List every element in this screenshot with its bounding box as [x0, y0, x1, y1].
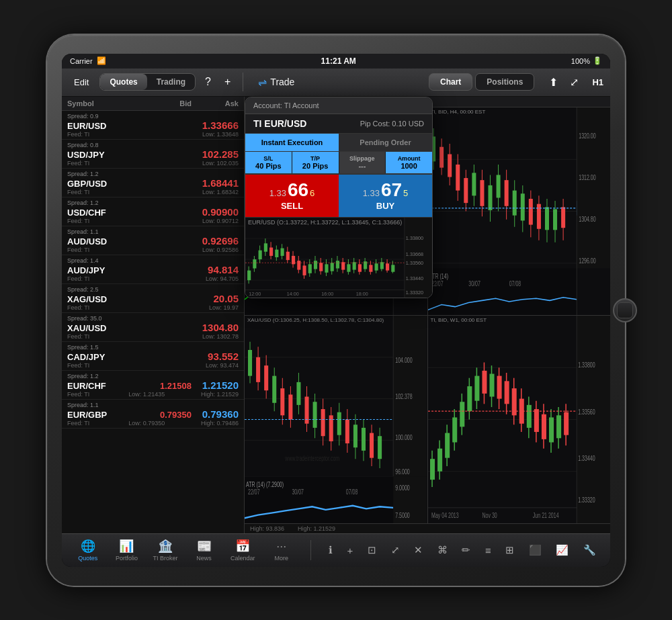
tp-param[interactable]: T/P 20 Pips	[292, 152, 339, 173]
svg-text:12:00: 12:00	[249, 290, 261, 296]
svg-rect-137	[345, 419, 349, 443]
chart-tool-info[interactable]: ℹ	[326, 541, 335, 559]
svg-text:18:00: 18:00	[356, 290, 368, 296]
svg-rect-92	[561, 207, 565, 228]
chart-tool-crosshair[interactable]: +	[345, 542, 356, 559]
list-item[interactable]: Spread: 2.5 XAG/USD 20.05 Feed: TI Low: …	[62, 284, 244, 313]
svg-rect-256	[347, 264, 350, 271]
quotes-tab[interactable]: Quotes	[100, 74, 146, 90]
svg-text:1.33440: 1.33440	[578, 454, 595, 462]
battery-text: 100%	[571, 57, 590, 65]
amount-param[interactable]: Amount 1000	[386, 152, 432, 173]
chart-tool-settings[interactable]: ✕	[411, 541, 425, 559]
slippage-param[interactable]: Slippage ---	[339, 152, 386, 173]
svg-text:22/07: 22/07	[248, 488, 260, 496]
col-symbol-header: Symbol	[67, 99, 138, 107]
nav-news[interactable]: 📰 News	[190, 539, 219, 562]
svg-rect-203	[564, 412, 569, 435]
nav-calendar[interactable]: 📅 Calendar	[228, 539, 257, 562]
list-item[interactable]: Spread: 0.8 USD/JPY 102.285 Feed: TI Low…	[62, 140, 244, 169]
list-item[interactable]: Spread: 1.4 AUD/JPY 94.814 Feed: TI Low:…	[62, 255, 244, 284]
sl-param[interactable]: S/L 40 Pips	[245, 152, 292, 173]
right-tab-bar: Chart Positions	[429, 73, 534, 91]
trade-button[interactable]: ⇌ Trade	[251, 73, 301, 91]
svg-text:1.33320: 1.33320	[406, 289, 423, 295]
svg-text:Jun 21 2014: Jun 21 2014	[532, 511, 558, 519]
svg-rect-117	[264, 365, 268, 390]
svg-rect-145	[378, 436, 382, 459]
sell-label: SELL	[281, 201, 303, 211]
svg-rect-183	[489, 373, 494, 396]
svg-rect-177	[467, 386, 472, 411]
svg-rect-80	[512, 190, 516, 215]
chart-tool-pen[interactable]: ✏	[459, 541, 473, 559]
svg-rect-64	[448, 154, 452, 177]
chart-tool-arrow[interactable]: ⤢	[388, 541, 403, 559]
buy-button[interactable]: 1.33 67 5 BUY	[339, 175, 432, 217]
pending-order-tab[interactable]: Pending Order	[339, 134, 432, 151]
edit-button[interactable]: Edit	[69, 75, 94, 90]
svg-rect-266	[375, 263, 378, 270]
chart-tool-text[interactable]: ≡	[482, 542, 494, 559]
svg-rect-250	[331, 263, 334, 271]
fullscreen-button[interactable]: ⤢	[566, 73, 583, 91]
svg-rect-90	[553, 209, 557, 230]
chart-tool-compare[interactable]: ⬛	[526, 541, 544, 559]
svg-rect-62	[439, 146, 444, 167]
chart-cell-xauusd[interactable]: XAU/USD (O:1306.25, H:1308.50, L:1302.78…	[245, 316, 427, 523]
list-item[interactable]: Spread: 0.9 EUR/USD 1.33666 Feed: TI Low…	[62, 111, 244, 140]
list-item[interactable]: Spread: 1.2 USD/CHF 0.90900 Feed: TI Low…	[62, 197, 244, 226]
sell-button[interactable]: 1.33 66 6 SELL	[245, 175, 339, 217]
svg-rect-74	[488, 185, 492, 210]
chart-tool-rect[interactable]: ⊡	[365, 541, 379, 559]
svg-rect-185	[497, 375, 501, 398]
home-button[interactable]	[613, 298, 637, 322]
quotes-trading-segmented: Quotes Trading	[99, 73, 196, 91]
chart-tool-wrench[interactable]: 🔧	[581, 541, 599, 559]
svg-rect-230	[275, 249, 278, 257]
nav-more[interactable]: ··· More	[267, 539, 296, 562]
help-button[interactable]: ?	[201, 73, 215, 91]
svg-rect-171	[445, 433, 450, 457]
nav-portfolio[interactable]: 📊 Portfolio	[112, 539, 141, 562]
add-button[interactable]: +	[220, 73, 235, 91]
svg-rect-179	[474, 375, 479, 400]
positions-tab[interactable]: Positions	[475, 73, 534, 91]
list-item[interactable]: Spread: 1.1 EUR/GBP 0.79350 0.79360 Feed…	[62, 400, 244, 429]
nav-tibroker[interactable]: 🏦 TI Broker	[151, 539, 180, 562]
top-toolbar: Edit Quotes Trading ? + ⇌ Trade Chart Po…	[62, 69, 610, 97]
chart-cell-eurusd-w1[interactable]: TI, BID, W1, 00:00 EST	[428, 316, 611, 523]
battery-icon: 🔋	[593, 56, 602, 65]
svg-text:96.000: 96.000	[395, 468, 410, 476]
svg-text:30/07: 30/07	[292, 488, 304, 496]
svg-rect-264	[369, 265, 372, 271]
svg-rect-274	[405, 218, 432, 298]
chart-tool-indicator[interactable]: 📈	[553, 541, 571, 559]
list-item[interactable]: Spread: 35.0 XAU/USD 1304.80 Feed: TI Lo…	[62, 313, 244, 342]
list-item[interactable]: Spread: 1.1 AUD/USD 0.92696 Feed: TI Low…	[62, 226, 244, 255]
chart-cell-eurusd-main[interactable]: TI, BID, H4, 00:00 EST	[428, 107, 611, 315]
list-item[interactable]: Spread: 1.2 GBP/USD 1.68441 Feed: TI Low…	[62, 169, 244, 197]
svg-rect-66	[456, 164, 460, 190]
instant-execution-tab[interactable]: Instant Execution	[245, 134, 339, 151]
svg-rect-244	[314, 261, 317, 269]
more-icon: ···	[276, 539, 286, 553]
chart-tab[interactable]: Chart	[429, 73, 472, 91]
chart-tool-magnet[interactable]: ⌘	[435, 541, 450, 559]
svg-rect-181	[482, 370, 487, 393]
list-item[interactable]: Spread: 1.5 CAD/JPY 93.552 Feed: TI Low:…	[62, 342, 244, 371]
svg-rect-224	[259, 250, 262, 259]
chart-tool-grid[interactable]: ⊞	[503, 541, 517, 559]
share-button[interactable]: ⬆	[545, 73, 562, 91]
trading-tab[interactable]: Trading	[147, 74, 195, 90]
svg-rect-201	[556, 415, 561, 438]
svg-text:1304.80: 1304.80	[579, 215, 595, 223]
nav-quotes[interactable]: 🌐 Quotes	[73, 539, 103, 562]
svg-text:7.5000: 7.5000	[395, 511, 410, 519]
list-item[interactable]: Spread: 1.2 EUR/CHF 1.21508 1.21520 Feed…	[62, 371, 244, 400]
svg-rect-139	[353, 425, 358, 447]
svg-text:www.tradeinterceptor.com: www.tradeinterceptor.com	[285, 454, 340, 462]
quotes-panel: Symbol Bid Ask Spread: 0.9 EUR/USD 1.336…	[62, 97, 245, 533]
broker-icon: 🏦	[158, 539, 173, 553]
svg-rect-246	[319, 263, 323, 271]
